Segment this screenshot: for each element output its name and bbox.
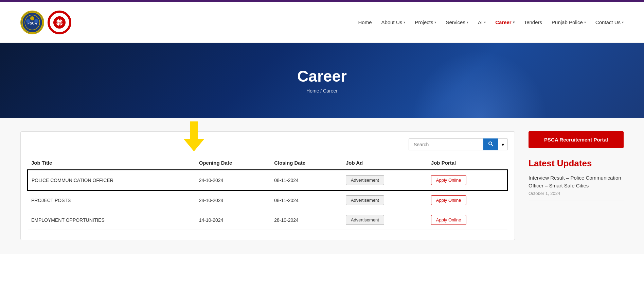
hero-title: Career [297,67,347,85]
job-ad-cell: Advertisement [342,210,428,230]
job-ad-cell: Advertisement [342,170,428,190]
career-table: Job Title Opening Date Closing Date Job … [28,156,508,230]
nav-home[interactable]: Home [358,19,372,25]
col-closing-date: Closing Date [271,156,342,170]
advertisement-button[interactable]: Advertisement [346,175,384,185]
logo-left: PSCA [20,11,44,34]
search-button[interactable] [483,138,498,150]
svg-point-16 [489,142,492,145]
nav-punjab-police[interactable]: Punjab Police ▾ [552,19,586,25]
job-title-cell: POLICE COMMUNICATION OFFICER [28,170,196,190]
job-portal-cell: Apply Online [428,170,507,190]
advertisement-button[interactable]: Advertisement [346,215,384,225]
hero-banner: Career Home / Career [0,43,644,118]
closing-date-cell: 28-10-2024 [271,210,342,230]
arrow-indicator [184,121,204,153]
update-title[interactable]: Interview Result – Police Communication … [529,174,624,189]
search-icon [488,141,494,147]
logo-area: PSCA PO [20,11,71,34]
job-title-cell: PROJECT POSTS [28,190,196,210]
table-row: EMPLOYMENT OPPORTUNITIES14-10-202428-10-… [28,210,507,230]
apply-online-button[interactable]: Apply Online [431,215,466,225]
nav-projects[interactable]: Projects ▾ [415,19,436,25]
latest-updates-title: Latest Updates [529,158,624,169]
col-job-portal: Job Portal [428,156,507,170]
apply-online-button[interactable]: Apply Online [431,195,466,205]
svg-point-4 [34,19,38,23]
nav-career[interactable]: Career ▾ [495,19,515,25]
nav: Home About Us ▾ Projects ▾ Services ▾ AI… [358,19,624,25]
search-input[interactable] [409,138,483,150]
col-opening-date: Opening Date [196,156,271,170]
svg-point-5 [30,16,34,20]
hero-breadcrumb: Home / Career [306,88,338,94]
down-arrow-icon [184,121,204,152]
opening-date-cell: 24-10-2024 [196,190,271,210]
nav-tenders[interactable]: Tenders [524,19,542,25]
logo-right: PO [48,11,71,34]
main-content: ▾ Job Title Opening Date Closing Date Jo… [0,118,644,254]
col-job-ad: Job Ad [342,156,428,170]
latest-updates-section: Latest Updates Interview Result – Police… [529,158,624,200]
table-row: PROJECT POSTS24-10-202408-11-2024Adverti… [28,190,507,210]
sidebar: PSCA Recruitement Portal Latest Updates … [529,131,624,240]
apply-online-button[interactable]: Apply Online [431,175,466,185]
table-toolbar: ▾ [28,138,508,150]
col-job-title: Job Title [28,156,196,170]
table-row: POLICE COMMUNICATION OFFICER24-10-202408… [28,170,507,190]
job-portal-cell: Apply Online [428,210,507,230]
job-ad-cell: Advertisement [342,190,428,210]
opening-date-cell: 24-10-2024 [196,170,271,190]
advertisement-button[interactable]: Advertisement [346,195,384,205]
table-section: ▾ Job Title Opening Date Closing Date Jo… [20,131,515,240]
update-date: October 1, 2024 [529,191,624,196]
psca-recruitment-portal-button[interactable]: PSCA Recruitement Portal [529,131,624,148]
nav-ai[interactable]: AI ▾ [478,19,486,25]
job-portal-cell: Apply Online [428,190,507,210]
nav-about[interactable]: About Us ▾ [381,19,406,25]
svg-line-17 [491,145,493,146]
svg-marker-15 [184,139,204,151]
svg-rect-14 [190,121,198,140]
nav-contact[interactable]: Contact Us ▾ [595,19,624,25]
job-title-cell: EMPLOYMENT OPPORTUNITIES [28,210,196,230]
closing-date-cell: 08-11-2024 [271,170,342,190]
svg-point-3 [26,19,30,23]
nav-services[interactable]: Services ▾ [446,19,468,25]
update-item: Interview Result – Police Communication … [529,174,624,200]
opening-date-cell: 14-10-2024 [196,210,271,230]
search-dropdown-button[interactable]: ▾ [498,138,508,150]
closing-date-cell: 08-11-2024 [271,190,342,210]
svg-text:PO: PO [57,21,61,24]
header: PSCA PO Home About Us ▾ Projects ▾ Servi… [0,2,644,43]
